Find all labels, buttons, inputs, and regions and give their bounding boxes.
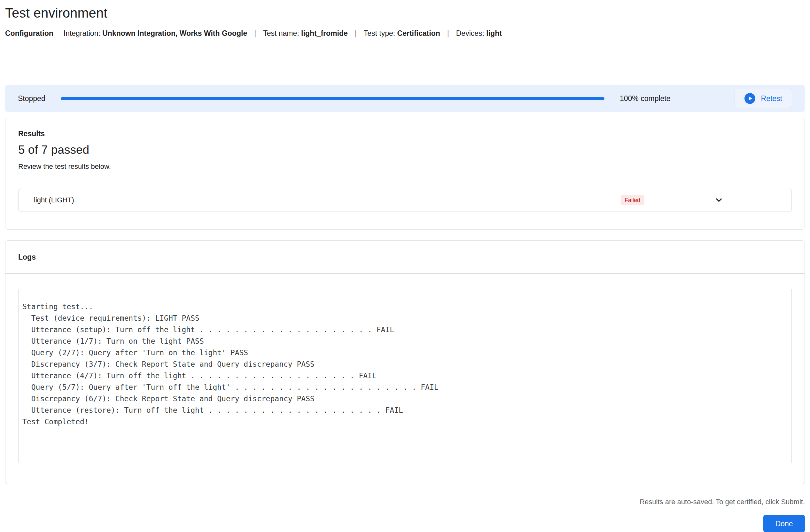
logs-card: Logs Starting test... Test (device requi…	[5, 240, 805, 484]
config-item-test-type: Test type: Certification	[364, 29, 440, 38]
results-card: Results 5 of 7 passed Review the test re…	[5, 118, 805, 229]
config-label: Configuration	[5, 29, 53, 38]
progress-percent-label: 100% complete	[620, 94, 670, 103]
log-output[interactable]: Starting test... Test (device requiremen…	[18, 289, 792, 463]
config-separator: |	[447, 29, 449, 38]
logs-body: Starting test... Test (device requiremen…	[5, 274, 805, 484]
page-title: Test environment	[5, 5, 805, 21]
autosave-note: Results are auto-saved. To get certified…	[5, 498, 805, 506]
done-button[interactable]: Done	[763, 515, 805, 532]
play-icon	[744, 93, 755, 104]
logs-heading: Logs	[18, 252, 792, 262]
status-badge: Failed	[621, 195, 644, 205]
chevron-down-icon[interactable]	[713, 195, 724, 206]
progress-banner: Stopped 100% complete Retest	[5, 85, 805, 112]
config-separator: |	[254, 29, 256, 38]
progress-fill	[61, 97, 604, 100]
logs-header: Logs	[5, 241, 805, 274]
status-label: Stopped	[18, 94, 45, 103]
config-item-integration: Integration: Unknown Integration, Works …	[64, 29, 247, 38]
retest-button-label: Retest	[761, 94, 782, 103]
result-row-label: light (LIGHT)	[34, 196, 621, 204]
retest-button[interactable]: Retest	[734, 89, 792, 108]
result-row[interactable]: light (LIGHT) Failed	[18, 189, 792, 211]
page: Test environment Configuration Integrati…	[0, 5, 810, 532]
config-bar: Configuration Integration: Unknown Integ…	[5, 29, 805, 38]
results-subtitle: Review the test results below.	[18, 162, 792, 171]
progress-bar	[61, 97, 604, 100]
footer-actions: Done	[5, 515, 805, 532]
results-summary: 5 of 7 passed	[18, 143, 792, 157]
config-item-devices: Devices: light	[456, 29, 502, 38]
results-heading: Results	[18, 129, 792, 139]
config-item-test-name: Test name: light_fromide	[263, 29, 348, 38]
config-separator: |	[355, 29, 357, 38]
